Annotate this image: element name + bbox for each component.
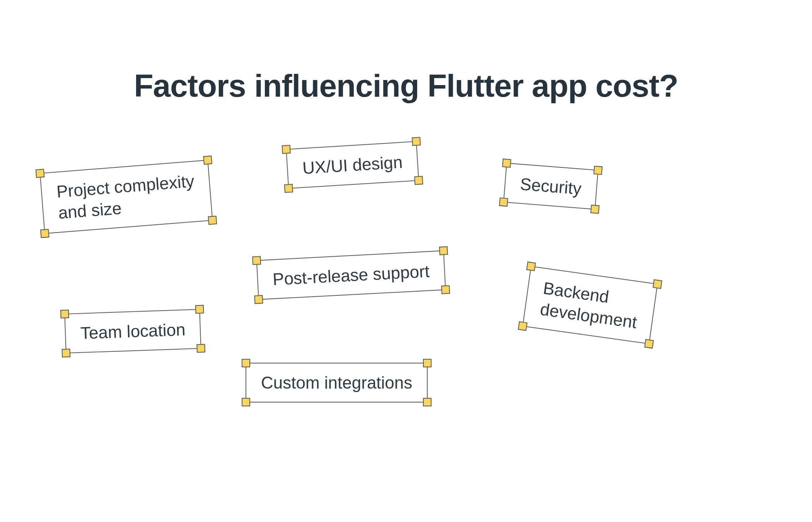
selection-handle-bl <box>242 398 250 406</box>
factor-post-release: Post-release support <box>256 250 446 300</box>
selection-handle-br <box>441 285 450 294</box>
selection-handle-tl <box>526 261 536 271</box>
selection-handle-tr <box>653 279 662 289</box>
factor-label: UX/UI design <box>302 152 403 177</box>
selection-handle-tr <box>195 305 204 314</box>
selection-handle-bl <box>40 229 49 238</box>
factor-box: Team location <box>64 309 201 353</box>
selection-handle-tr <box>412 137 421 146</box>
factor-ux-ui-design: UX/UI design <box>286 141 419 189</box>
selection-handle-tl <box>252 256 261 265</box>
factor-box: Backend development <box>522 266 658 345</box>
selection-handle-bl <box>61 349 70 358</box>
selection-handle-br <box>208 216 217 225</box>
selection-handle-tr <box>594 166 603 175</box>
factor-box: Custom integrations <box>246 363 428 403</box>
selection-handle-tl <box>282 145 291 154</box>
selection-handle-tr <box>423 359 432 367</box>
factor-custom-integrations: Custom integrations <box>246 363 428 403</box>
factor-team-location: Team location <box>64 309 201 353</box>
factor-project-complexity: Project complexity and size <box>39 160 213 234</box>
factor-box: Project complexity and size <box>39 160 213 234</box>
factor-box: Security <box>503 163 598 210</box>
selection-handle-tr <box>439 246 448 255</box>
selection-handle-bl <box>284 184 293 193</box>
factor-backend-dev: Backend development <box>522 266 658 345</box>
factor-box: UX/UI design <box>286 141 419 189</box>
selection-handle-tl <box>502 159 511 168</box>
selection-handle-tl <box>36 169 45 178</box>
factor-label: Security <box>519 174 582 198</box>
selection-handle-br <box>414 176 423 185</box>
factor-label: Backend development <box>539 278 638 332</box>
selection-handle-tr <box>203 155 212 165</box>
factor-label: Custom integrations <box>261 373 412 392</box>
selection-handle-tl <box>60 310 69 319</box>
factor-box: Post-release support <box>256 250 446 300</box>
selection-handle-br <box>644 339 654 349</box>
selection-handle-bl <box>254 295 263 304</box>
selection-handle-tl <box>242 359 250 367</box>
selection-handle-bl <box>499 198 508 207</box>
selection-handle-br <box>423 398 432 406</box>
factor-label: Team location <box>80 320 186 342</box>
factor-label: Post-release support <box>272 261 430 288</box>
selection-handle-br <box>197 344 206 353</box>
selection-handle-br <box>590 205 600 214</box>
factor-label: Project complexity and size <box>56 171 195 222</box>
selection-handle-bl <box>518 321 527 331</box>
diagram-title: Factors influencing Flutter app cost? <box>0 68 812 104</box>
factor-security: Security <box>503 163 598 210</box>
